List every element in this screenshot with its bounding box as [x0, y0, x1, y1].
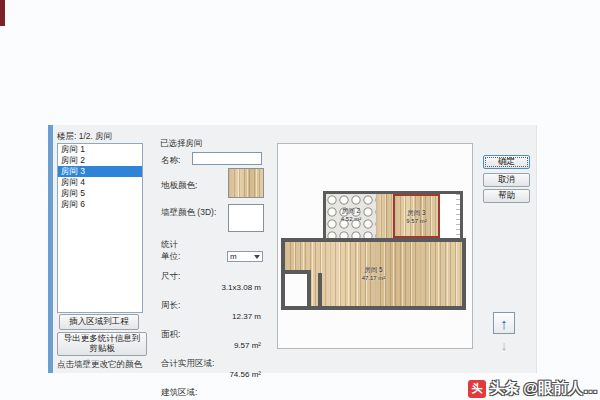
perimeter-label: 周长:: [161, 300, 180, 310]
wall-color-label: 墙壁颜色 (3D):: [161, 207, 216, 219]
room-area: 9.57 m²: [406, 218, 426, 224]
plan-notch: [285, 270, 311, 306]
room-list-item[interactable]: 房间 6: [58, 199, 142, 210]
export-stats-button[interactable]: 导出更多统计信息到剪贴板: [57, 332, 147, 356]
unit-row: 单位: m: [161, 250, 263, 263]
corner-mark: [0, 0, 5, 26]
room-area: 47.17 m²: [362, 275, 386, 281]
room-name: 房间 3: [407, 209, 425, 216]
plan-corridor[interactable]: [376, 194, 393, 238]
building-area-label: 建筑区域:: [161, 387, 197, 397]
plan-upper-rooms: 房间 2 4.52 m² 房间 3 9.57 m²: [323, 191, 463, 241]
room-list-item[interactable]: 房间 5: [58, 188, 142, 199]
plan-room-large[interactable]: 房间 5 47.17 m²: [281, 238, 466, 310]
selected-room-title: 已选择房间: [160, 138, 203, 150]
perimeter-row: 周长: 12.37 m: [161, 294, 263, 321]
help-button[interactable]: 帮助: [483, 189, 530, 203]
arrow-down-icon: ↓: [501, 338, 508, 353]
wall-color-hint: 点击墙壁更改它的颜色: [57, 359, 142, 371]
unit-value: m: [230, 252, 237, 261]
rooms-list[interactable]: 房间 1 房间 2 房间 3 房间 4 房间 5 房间 6: [57, 143, 143, 313]
wall-color-swatch[interactable]: [228, 204, 264, 232]
size-row: 尺寸: 3.1x3.08 m: [161, 265, 263, 292]
usable-area-label: 合计实用区域:: [161, 358, 214, 368]
room-properties-dialog: 楼层: 1/2. 房间 房间 1 房间 2 房间 3 房间 4 房间 5 房间 …: [48, 125, 537, 373]
arrow-up-icon: ↑: [500, 315, 508, 332]
move-up-button[interactable]: ↑: [493, 312, 515, 334]
room-list-item-selected[interactable]: 房间 3: [58, 166, 142, 177]
building-area-row: 建筑区域: 81.4 m²: [161, 381, 263, 400]
plan-room-tiled[interactable]: 房间 2 4.52 m²: [326, 194, 376, 238]
insert-area-button[interactable]: 插入区域到工程: [59, 314, 139, 330]
area-label: 面积:: [161, 329, 180, 339]
dialog-left-edge: [48, 125, 53, 373]
stats-panel: 单位: m 尺寸: 3.1x3.08 m 周长: 12.37 m 面积: 9.5…: [161, 250, 263, 400]
perimeter-value: 12.37 m: [161, 312, 263, 321]
room-label: 房间 3 9.57 m²: [395, 209, 438, 225]
usable-area-value: 74.56 m²: [161, 370, 263, 379]
size-value: 3.1x3.08 m: [161, 283, 263, 292]
ok-button[interactable]: 确定: [483, 155, 530, 169]
unit-dropdown[interactable]: m: [227, 251, 263, 262]
floor-color-label: 地板颜色:: [161, 180, 197, 192]
floor-plan-preview[interactable]: 房间 5 47.17 m² 房间 2 4.52 m² 房间 3 9.57 m²: [277, 143, 473, 349]
room-label: 房间 5 47.17 m²: [285, 266, 462, 282]
room-list-item[interactable]: 房间 4: [58, 177, 142, 188]
plan-wall-stub: [318, 273, 322, 306]
room-list-item[interactable]: 房间 2: [58, 155, 142, 166]
room-name: 房间 2: [342, 207, 360, 214]
size-label: 尺寸:: [161, 271, 180, 281]
room-label: 房间 2 4.52 m²: [326, 207, 376, 223]
cancel-button[interactable]: 取消: [483, 173, 530, 187]
area-row: 面积: 9.57 m²: [161, 323, 263, 350]
toutiao-logo-icon: 头: [468, 380, 486, 398]
area-value: 9.57 m²: [161, 341, 263, 350]
window-marker: [456, 194, 460, 238]
rooms-list-header: 楼层: 1/2. 房间: [57, 131, 112, 143]
chevron-down-icon: [254, 255, 260, 259]
room-name: 房间 5: [364, 266, 382, 273]
watermark-text: 头条 @眼前人…: [489, 379, 598, 398]
plan-empty-space: [440, 194, 460, 238]
room-name-input[interactable]: [192, 152, 262, 165]
room-area: 4.52 m²: [341, 216, 361, 222]
name-label: 名称:: [161, 155, 180, 167]
watermark: 头 头条 @眼前人…: [468, 379, 598, 398]
floor-color-swatch[interactable]: [228, 168, 264, 198]
unit-label: 单位:: [161, 251, 227, 263]
usable-area-row: 合计实用区域: 74.56 m²: [161, 352, 263, 379]
plan-room-selected[interactable]: 房间 3 9.57 m²: [393, 194, 440, 238]
room-list-item[interactable]: 房间 1: [58, 144, 142, 155]
move-down-button[interactable]: ↓: [495, 336, 513, 354]
